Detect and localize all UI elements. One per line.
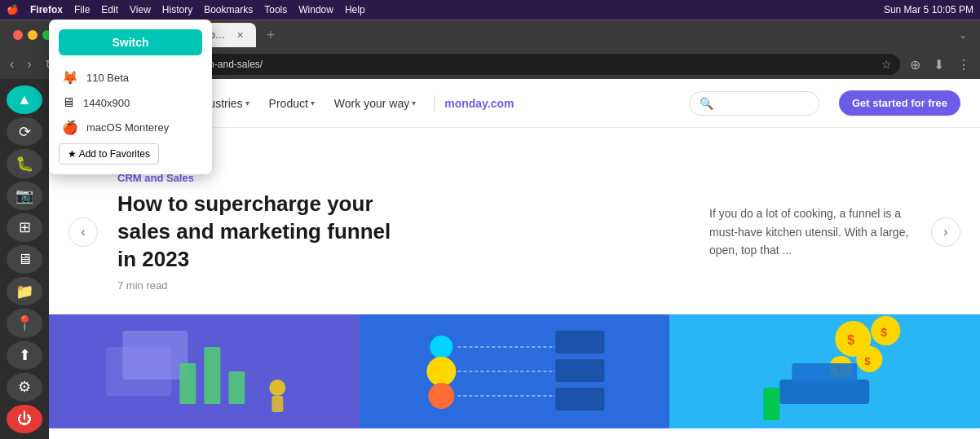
card-3[interactable]: $ $ $ $: [669, 314, 980, 428]
chevron-down-icon: ▾: [245, 99, 249, 108]
svg-rect-3: [179, 363, 196, 404]
svg-rect-2: [122, 331, 188, 380]
monitor-icon: 🖥: [62, 95, 75, 110]
nav-brand-link[interactable]: monday.com: [444, 97, 514, 110]
svg-rect-4: [204, 347, 220, 404]
sidebar-camera-btn[interactable]: 📷: [7, 182, 42, 210]
svg-rect-16: [555, 388, 604, 410]
extensions-btn[interactable]: ⋮: [954, 54, 973, 76]
back-btn[interactable]: ‹: [7, 54, 17, 75]
menu-file[interactable]: File: [74, 4, 90, 15]
featured-section: ‹ CRM and Sales How to supercharge your …: [49, 156, 980, 308]
macos-menubar: 🍎 Firefox File Edit View History Bookmar…: [0, 0, 980, 20]
carousel-prev-btn[interactable]: ‹: [68, 217, 98, 247]
chevron-down-icon: ▾: [311, 99, 315, 108]
dropdown-item-resolution-label: 1440x900: [83, 97, 130, 109]
sidebar-folder-btn[interactable]: 📁: [7, 277, 42, 305]
svg-text:$: $: [881, 326, 888, 339]
dropdown-item-browser[interactable]: 🦊 110 Beta: [59, 65, 202, 90]
menubar-right: Sun Mar 5 10:05 PM: [884, 4, 973, 15]
svg-point-11: [430, 336, 452, 358]
nav-links: Industries ▾ Product ▾ Work your way ▾ m…: [185, 90, 669, 116]
tab-close-btn[interactable]: ✕: [233, 29, 246, 42]
minimize-window-btn[interactable]: [28, 30, 38, 40]
card2-illustration: [360, 314, 670, 428]
dropdown-popup: Switch 🦊 110 Beta 🖥 1440x900 🍎 macOS Mon…: [49, 20, 212, 174]
main-layout: ▲ ⟳ 🐛 📷 ⊞ 🖥 📁 📍 ⬆ ⚙ ⏻ Switch 🦊 110 Beta …: [0, 79, 980, 439]
sidebar-top-btn[interactable]: ▲: [7, 86, 42, 114]
search-icon: 🔍: [700, 97, 713, 110]
featured-title: How to supercharge your sales and market…: [117, 191, 690, 273]
menu-window[interactable]: Window: [298, 4, 333, 15]
svg-point-6: [269, 380, 285, 396]
switch-button[interactable]: Switch: [59, 29, 202, 55]
featured-read-time: 7 min read: [117, 279, 690, 292]
svg-rect-26: [792, 363, 858, 383]
menu-help[interactable]: Help: [345, 4, 365, 15]
app-name[interactable]: Firefox: [30, 4, 63, 15]
carousel-next-btn[interactable]: ›: [931, 217, 960, 247]
collapse-btn[interactable]: ⌄: [952, 26, 973, 44]
svg-text:$: $: [865, 355, 872, 367]
dropdown-item-os-label: macOS Monterey: [86, 121, 169, 134]
svg-rect-27: [764, 388, 780, 420]
featured-content: CRM and Sales How to supercharge your sa…: [98, 172, 709, 292]
svg-point-12: [426, 357, 456, 386]
downloads-btn[interactable]: ⬇: [930, 54, 947, 76]
svg-rect-25: [780, 380, 870, 404]
svg-rect-5: [228, 371, 245, 404]
get-started-btn[interactable]: Get started for free: [839, 90, 960, 116]
sidebar-power-btn[interactable]: ⏻: [7, 405, 42, 433]
featured-description: If you do a lot of cooking, a funnel is …: [709, 204, 921, 259]
menubar-datetime: Sun Mar 5 10:05 PM: [884, 4, 973, 15]
svg-rect-14: [555, 331, 604, 353]
nav-divider: [434, 95, 435, 112]
chevron-down-icon: ▾: [412, 99, 416, 108]
nav-work-your-way[interactable]: Work your way ▾: [326, 90, 424, 116]
card-2[interactable]: [360, 314, 670, 428]
add-to-favorites-btn[interactable]: ★ Add to Favorites: [59, 143, 159, 165]
apple-menu[interactable]: 🍎: [7, 4, 19, 15]
card1-illustration: [49, 314, 360, 428]
card3-illustration: $ $ $ $: [669, 314, 980, 428]
forward-btn[interactable]: ›: [24, 54, 34, 75]
sidebar-monitor-btn[interactable]: 🖥: [7, 245, 42, 274]
menu-view[interactable]: View: [130, 4, 151, 15]
svg-rect-7: [271, 396, 283, 412]
svg-point-13: [428, 383, 454, 409]
sidebar-sync-btn[interactable]: ⟳: [7, 117, 42, 146]
bookmark-toolbar-btn[interactable]: ⊕: [907, 54, 924, 76]
bookmark-icon[interactable]: ☆: [881, 58, 892, 71]
firefox-icon: 🦊: [62, 70, 78, 86]
menu-edit[interactable]: Edit: [101, 4, 118, 15]
svg-rect-15: [555, 359, 604, 382]
nav-product[interactable]: Product ▾: [261, 90, 323, 116]
new-tab-btn[interactable]: +: [259, 24, 282, 46]
sidebar-settings-btn[interactable]: ⚙: [7, 373, 42, 402]
search-box[interactable]: 🔍: [689, 91, 819, 116]
apple-icon: 🍎: [62, 120, 78, 135]
extension-sidebar: ▲ ⟳ 🐛 📷 ⊞ 🖥 📁 📍 ⬆ ⚙ ⏻: [0, 79, 49, 439]
svg-text:$: $: [848, 333, 855, 347]
sidebar-bug-btn[interactable]: 🐛: [7, 149, 42, 178]
card-1[interactable]: [49, 314, 360, 428]
dropdown-item-resolution[interactable]: 🖥 1440x900: [59, 90, 202, 115]
dropdown-item-os[interactable]: 🍎 macOS Monterey: [59, 115, 202, 140]
menu-tools[interactable]: Tools: [264, 4, 287, 15]
dropdown-item-browser-label: 110 Beta: [86, 72, 129, 84]
sidebar-pin-btn[interactable]: 📍: [7, 309, 42, 337]
menu-bookmarks[interactable]: Bookmarks: [204, 4, 253, 15]
card-grid: $ $ $ $: [49, 314, 980, 428]
sidebar-layers-btn[interactable]: ⊞: [7, 213, 42, 242]
menu-history[interactable]: History: [162, 4, 192, 15]
close-window-btn[interactable]: [13, 30, 23, 40]
sidebar-upload-btn[interactable]: ⬆: [7, 341, 42, 370]
